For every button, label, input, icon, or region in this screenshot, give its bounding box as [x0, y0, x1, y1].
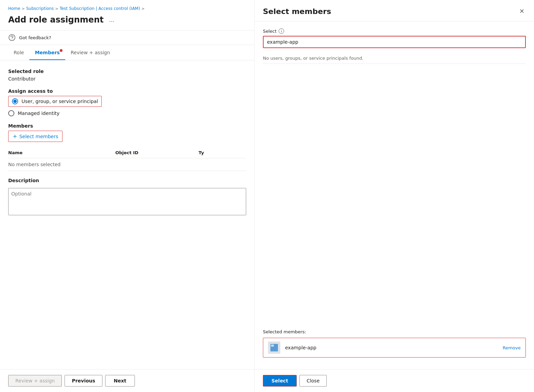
svg-point-1	[12, 39, 12, 40]
feedback-text: Got feedback?	[19, 35, 51, 40]
panel-title: Select members	[263, 7, 331, 16]
select-label-text: Select	[263, 29, 277, 34]
svg-point-0	[9, 34, 15, 41]
info-icon[interactable]: i	[279, 28, 284, 34]
tab-review[interactable]: Review + assign	[65, 45, 115, 60]
next-button[interactable]: Next	[105, 375, 135, 387]
ellipsis-button[interactable]: ...	[107, 16, 116, 24]
radio-user-group-outer	[12, 98, 18, 104]
selected-members-label: Selected members:	[263, 329, 526, 334]
no-results-message: No users, groups, or service principals …	[263, 53, 526, 64]
selected-role-value: Contributor	[8, 76, 246, 82]
member-avatar	[268, 342, 280, 354]
members-label: Members	[8, 123, 246, 129]
tab-members[interactable]: Members	[29, 45, 65, 60]
assign-access-label: Assign access to	[8, 88, 246, 94]
breadcrumb-iam[interactable]: Test Subscription | Access control (IAM)	[60, 6, 140, 11]
radio-managed-identity-label: Managed identity	[18, 111, 59, 116]
review-assign-button: Review + assign	[8, 375, 62, 387]
assign-access-section: Assign access to User, group, or service…	[8, 88, 246, 116]
radio-user-group-border: User, group, or service principal	[8, 96, 102, 107]
panel-close-button[interactable]: Close	[299, 375, 327, 387]
left-panel: Home > Subscriptions > Test Subscription…	[0, 0, 254, 392]
page-title-row: Add role assignment ...	[0, 14, 254, 30]
select-label-row: Select i	[263, 28, 526, 34]
breadcrumb-home[interactable]: Home	[8, 6, 20, 11]
previous-button[interactable]: Previous	[65, 375, 102, 387]
col-objectid-header: Object ID	[115, 147, 199, 158]
panel-content: Select i No users, groups, or service pr…	[255, 21, 534, 369]
breadcrumb-subscriptions[interactable]: Subscriptions	[26, 6, 54, 11]
panel-footer: Select Close	[255, 369, 534, 392]
radio-user-group-inner	[13, 100, 17, 103]
radio-user-group[interactable]: User, group, or service principal	[8, 96, 246, 107]
page-title: Add role assignment	[8, 15, 104, 25]
right-panel: Select members ✕ Select i No users, grou…	[254, 0, 534, 392]
spacer	[263, 64, 526, 329]
description-section: Description	[8, 178, 246, 216]
remove-member-button[interactable]: Remove	[503, 345, 521, 350]
tabs: Role Members Review + assign	[0, 45, 254, 60]
bottom-bar: Review + assign Previous Next	[0, 369, 254, 392]
tab-members-dot	[60, 49, 62, 52]
radio-managed-identity[interactable]: Managed identity	[8, 110, 246, 116]
empty-message: No members selected	[8, 158, 246, 171]
close-panel-button[interactable]: ✕	[518, 7, 526, 16]
panel-select-button[interactable]: Select	[263, 375, 297, 387]
description-textarea[interactable]	[8, 188, 246, 215]
members-section: Members + Select members Name Object ID …	[8, 123, 246, 171]
members-table: Name Object ID Ty No members selected	[8, 147, 246, 171]
search-input-wrap	[263, 36, 526, 48]
feedback-icon	[8, 34, 16, 41]
breadcrumb-sep-2: >	[55, 6, 58, 11]
plus-icon: +	[13, 133, 17, 140]
table-row-empty: No members selected	[8, 158, 246, 171]
selected-role-label: Selected role	[8, 69, 246, 74]
radio-user-group-label: User, group, or service principal	[22, 99, 98, 104]
feedback-bar: Got feedback?	[0, 30, 254, 45]
col-name-header: Name	[8, 147, 115, 158]
breadcrumb: Home > Subscriptions > Test Subscription…	[0, 0, 254, 14]
member-name: example-app	[285, 345, 521, 350]
col-type-header: Ty	[199, 147, 246, 158]
breadcrumb-sep-3: >	[141, 6, 144, 11]
member-avatar-inner	[270, 344, 278, 351]
tab-role[interactable]: Role	[8, 45, 29, 60]
search-input[interactable]	[264, 37, 525, 47]
selected-member-card: example-app Remove	[263, 338, 526, 358]
select-members-label: Select members	[19, 134, 58, 139]
description-label: Description	[8, 178, 246, 183]
select-members-button[interactable]: + Select members	[8, 131, 62, 142]
main-content: Selected role Contributor Assign access …	[0, 60, 254, 369]
radio-managed-identity-outer	[8, 110, 14, 116]
panel-header: Select members ✕	[255, 0, 534, 21]
breadcrumb-sep-1: >	[22, 6, 25, 11]
